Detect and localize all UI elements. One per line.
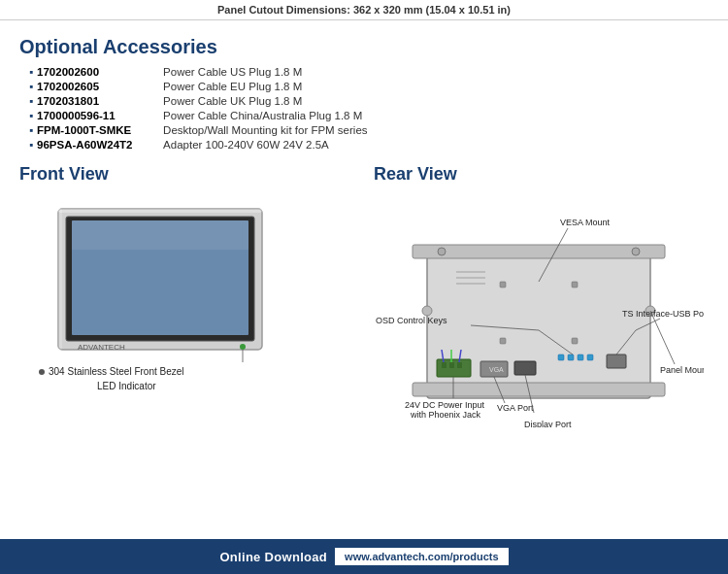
bullet: ▪ [29,66,33,78]
front-view-title: Front View [19,164,354,185]
rear-view-title: Rear View [374,164,709,185]
svg-text:OSD Control Keys: OSD Control Keys [376,316,447,325]
svg-point-7 [240,344,246,350]
panel-dimensions-text: Panel Cutout Dimensions: 362 x 320 mm (1… [217,4,511,16]
part-description: Power Cable US Plug 1.8 M [163,66,302,78]
svg-text:ADVANTECH: ADVANTECH [78,343,125,352]
svg-rect-34 [568,355,574,360]
svg-rect-16 [500,338,506,344]
svg-rect-14 [500,282,506,287]
list-item: ▪ FPM-1000T-SMKE Desktop/Wall Mounting k… [29,124,709,136]
two-column-views: Front View [19,164,709,427]
part-number: 1702002605 [37,81,163,92]
svg-rect-35 [578,355,583,360]
svg-point-31 [422,306,432,316]
svg-text:Display Port: Display Port [524,420,572,427]
part-description: Desktop/Wall Mounting kit for FPM series [163,124,367,136]
part-description: Power Cable UK Plug 1.8 M [163,95,302,107]
svg-text:TS Interface-USB Port: TS Interface-USB Port [622,309,704,319]
vesa-mount-label: VESA Mount [560,218,611,227]
main-content: Optional Accessories ▪ 1702002600 Power … [0,20,728,427]
svg-rect-23 [449,362,454,368]
rear-view-col: Rear View [364,164,709,427]
rear-svg: VGA VESA Mount [374,194,704,427]
part-number: 96PSA-A60W24T2 [37,139,163,151]
bullet: ▪ [29,95,33,107]
svg-rect-3 [72,220,248,250]
svg-rect-30 [514,361,536,375]
bullet: ▪ [29,124,33,136]
svg-rect-37 [607,355,626,368]
svg-point-13 [632,248,640,255]
bullet: ▪ [29,81,33,92]
svg-rect-11 [413,383,665,396]
steel-bezel-annotation: 304 Stainless Steel Front Bezel [49,366,184,377]
bullet: ▪ [29,110,33,121]
online-download-label: Online Download [219,550,327,564]
svg-point-12 [438,248,446,255]
bottom-bar: Online Download www.advantech.com/produc… [0,539,728,574]
part-number: 1702031801 [37,95,163,107]
svg-text:24V DC Power Input: 24V DC Power Input [405,400,485,410]
list-item: ▪ 1702031801 Power Cable UK Plug 1.8 M [29,95,709,107]
part-number: 1700000596-11 [37,110,163,121]
online-download-url: www.advantech.com/products [335,548,509,565]
section-title: Optional Accessories [19,36,709,58]
list-item: ▪ 1702002605 Power Cable EU Plug 1.8 M [29,81,709,92]
part-description: Power Cable China/Australia Plug 1.8 M [163,110,362,121]
svg-text:with Phoenix Jack: with Phoenix Jack [410,410,481,420]
svg-rect-4 [58,209,262,213]
led-annotation: LED Indicator [97,381,156,391]
svg-rect-22 [442,362,447,368]
top-bar: Panel Cutout Dimensions: 362 x 320 mm (1… [0,0,728,20]
svg-rect-24 [457,362,462,368]
bullet: ▪ [29,139,33,151]
svg-rect-17 [572,338,578,344]
monitor-svg: ADVANTECH [49,199,272,369]
svg-rect-15 [572,282,578,287]
front-view-col: Front View [19,164,364,427]
svg-rect-10 [413,245,665,258]
front-view-container: ADVANTECH 304 Stainless Steel Front Beze… [19,194,354,391]
part-description: Power Cable EU Plug 1.8 M [163,81,302,92]
svg-rect-33 [558,355,564,360]
part-number: 1702002600 [37,66,163,78]
rear-view-container: VGA VESA Mount [374,194,709,427]
part-number: FPM-1000T-SMKE [37,124,163,136]
part-description: Adapter 100-240V 60W 24V 2.5A [163,139,329,151]
svg-rect-5 [58,209,62,350]
svg-text:Panel Mount: Panel Mount [660,365,704,375]
accessories-table: ▪ 1702002600 Power Cable US Plug 1.8 M ▪… [29,66,709,151]
svg-rect-36 [587,355,593,360]
list-item: ▪ 96PSA-A60W24T2 Adapter 100-240V 60W 24… [29,139,709,151]
list-item: ▪ 1700000596-11 Power Cable China/Austra… [29,110,709,121]
svg-text:VGA Port: VGA Port [497,403,534,413]
list-item: ▪ 1702002600 Power Cable US Plug 1.8 M [29,66,709,78]
svg-text:VGA: VGA [489,366,504,373]
svg-line-52 [650,311,675,364]
monitor-wrapper: ADVANTECH [49,199,272,369]
